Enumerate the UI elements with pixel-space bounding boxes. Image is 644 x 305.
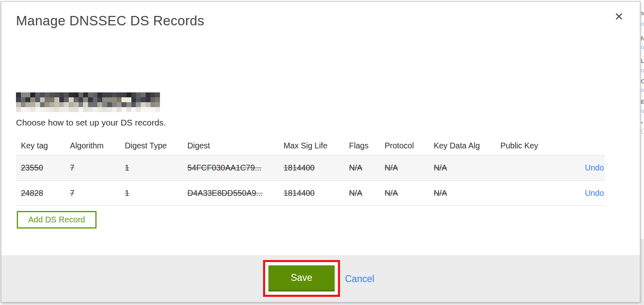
cell-actions: Undo	[561, 188, 605, 198]
column-header-digest: Digest	[182, 141, 279, 150]
column-header-protocol: Protocol	[380, 141, 429, 150]
save-button[interactable]: Save	[268, 265, 335, 292]
cell-max-sig-life: 1814400	[279, 163, 344, 173]
cell-key-tag: 23550	[16, 163, 65, 173]
column-header-flags: Flags	[344, 141, 380, 150]
background-text-fragment: o	[641, 108, 644, 114]
save-button-red-highlight-annotation: Save	[263, 260, 340, 297]
background-page-footer	[640, 239, 644, 305]
cell-key-data-alg: N/A	[429, 163, 495, 173]
background-text-fragment: o	[641, 67, 644, 73]
cell-algorithm: 7	[65, 188, 120, 198]
cell-flags: N/A	[344, 163, 380, 173]
modal-footer: Save Cancel	[1, 255, 640, 302]
cell-protocol: N/A	[380, 188, 429, 198]
background-text-fragment: o	[641, 87, 644, 93]
table-row: 23550 7 1 54FCF030AA1C79... 1814400 N/A …	[16, 155, 605, 180]
manage-dnssec-ds-records-modal: Manage DNSSEC DS Records ✕ Choose how to…	[1, 1, 640, 303]
column-header-digest-type: Digest Type	[120, 141, 182, 150]
instruction-text: Choose how to set up your DS records.	[16, 118, 166, 128]
add-ds-record-button[interactable]: Add DS Record	[17, 211, 97, 229]
cell-max-sig-life: 1814400	[279, 188, 344, 198]
background-text-fragment: ▢	[641, 128, 644, 134]
cell-digest: 54FCF030AA1C79...	[182, 163, 279, 173]
background-text-fragment: E	[641, 99, 644, 105]
background-text-fragment: N	[641, 35, 644, 41]
background-text-fragment: •	[641, 119, 643, 126]
background-text-fragment: s	[641, 10, 644, 16]
cell-digest: D4A33E8DD550A9...	[182, 188, 279, 198]
cancel-link[interactable]: Cancel	[345, 274, 374, 285]
ds-records-table: Key tag Algorithm Digest Type Digest Max…	[16, 137, 605, 206]
undo-link[interactable]: Undo	[585, 188, 604, 197]
column-header-algorithm: Algorithm	[65, 141, 120, 150]
cell-actions: Undo	[561, 163, 605, 173]
background-text-fragment: C	[641, 78, 644, 84]
close-icon[interactable]: ✕	[613, 11, 624, 23]
column-header-public-key: Public Key	[495, 141, 561, 150]
background-text-fragment: o	[641, 44, 644, 50]
cell-key-data-alg: N/A	[429, 188, 495, 198]
cell-key-tag: 24828	[16, 188, 65, 198]
cell-digest-type: 1	[120, 163, 182, 173]
cell-digest-type: 1	[120, 188, 182, 198]
background-text-fragment: o	[641, 20, 644, 27]
table-row: 24828 7 1 D4A33E8DD550A9... 1814400 N/A …	[16, 180, 605, 206]
background-text-fragment: L	[641, 58, 644, 64]
cell-flags: N/A	[344, 188, 380, 198]
column-header-max-sig-life: Max Sig Life	[279, 141, 344, 150]
table-header-row: Key tag Algorithm Digest Type Digest Max…	[16, 137, 605, 155]
background-page-sliver: soNoLoCoEo•▢	[640, 0, 644, 305]
column-header-key-tag: Key tag	[16, 141, 65, 150]
redacted-domain-name	[16, 92, 160, 112]
cell-algorithm: 7	[65, 163, 120, 173]
cell-protocol: N/A	[380, 163, 429, 173]
undo-link[interactable]: Undo	[585, 163, 604, 172]
column-header-key-data-alg: Key Data Alg	[429, 141, 495, 150]
modal-title: Manage DNSSEC DS Records	[16, 13, 204, 29]
